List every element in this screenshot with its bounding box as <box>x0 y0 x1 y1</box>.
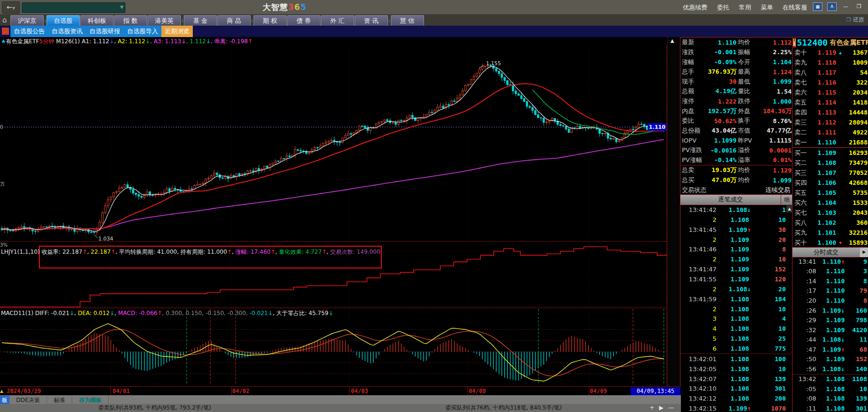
nav-tab-外汇[interactable]: 外 汇 <box>321 15 354 26</box>
order-book-row[interactable]: 卖六1.1152034 <box>793 87 868 97</box>
subnav-item[interactable]: 自选股研报 <box>86 26 124 37</box>
level-volume: 2043 <box>836 209 868 216</box>
nav-tab-港美英[interactable]: 港美英 <box>148 15 181 26</box>
bottom-tab-标准[interactable]: 标准 <box>47 396 72 404</box>
corner-marker-icon: ▲ <box>0 389 3 393</box>
order-book-row[interactable]: 买八1.102360 <box>793 218 868 228</box>
date-label: 04/02 <box>232 387 249 396</box>
order-book-row[interactable]: 买四1.10642668 <box>793 178 868 188</box>
titlebar-menu-item[interactable]: 菜单 <box>761 3 773 12</box>
restore-chip[interactable]: ❐还原 <box>846 16 864 24</box>
tick-detail-button[interactable]: 细 <box>781 195 793 205</box>
date-label: 04/08 <box>469 387 486 396</box>
home-icon[interactable]: ⌂ <box>2 16 7 24</box>
nav-tab-自选股[interactable]: 自选股 <box>47 15 80 26</box>
order-book-row[interactable]: 卖四1.11314448 <box>793 107 868 117</box>
trade-volume: 10 <box>761 306 793 313</box>
trade-volume: 25 <box>761 335 793 342</box>
price-tag-label: 1.110 <box>649 124 666 130</box>
titlebar-menu-item[interactable]: 委托 <box>717 3 729 12</box>
subnav-item[interactable]: 自选股导入 <box>124 26 162 37</box>
scroll-up-icon[interactable]: ▲ <box>670 38 674 43</box>
nav-tab-慧信[interactable]: 慧 信 <box>391 15 424 26</box>
nav-tab-基金[interactable]: 基 金 <box>184 15 217 26</box>
level-price: 1.114 <box>811 99 836 106</box>
candle-body <box>400 120 402 121</box>
indicator-segment: ★ <box>1 38 6 45</box>
bottom-tab-存为模板[interactable]: 存为模板 <box>72 396 109 404</box>
nav-tab-商品[interactable]: 商 品 <box>217 15 251 26</box>
level-label: 卖四 <box>793 108 811 117</box>
order-book-row[interactable]: 卖八1.11754 <box>793 67 868 77</box>
font-icon[interactable]: A <box>827 2 837 11</box>
nav-tab-资讯[interactable]: 资 讯 <box>355 15 388 26</box>
nav-tab-期权[interactable]: 期 权 <box>254 15 287 26</box>
titlebar-menu-item[interactable]: 常用 <box>739 3 751 12</box>
chevron-down-icon[interactable]: ▼ <box>120 5 123 10</box>
tick-list-title: 逐笔成交 <box>680 195 781 205</box>
candle-body <box>305 152 307 153</box>
nav-tab-指数[interactable]: 指 数 <box>114 15 147 26</box>
candle-body <box>638 124 640 127</box>
quote-row: 总份额43.04亿市值47.77亿 <box>680 126 793 136</box>
expand-right-icon[interactable]: ▶ <box>859 248 868 257</box>
level-volume-value: 28094 <box>849 119 868 126</box>
titlebar-menu-item[interactable]: 在线客服 <box>783 3 807 12</box>
trade-price: 1.109 <box>816 355 845 363</box>
nav-tab-科创板[interactable]: 科创板 <box>80 15 113 26</box>
recent-browse-button[interactable]: 近期浏览 <box>161 26 193 37</box>
subnav-item[interactable]: 自选股公告 <box>10 26 48 37</box>
titlebar: ←▼ ▼ 大智慧365 优惠续费委托常用菜单在线客服 ▦ A — ❐ <box>0 0 868 15</box>
trade-row: 13:42:101.108301 <box>680 383 793 393</box>
order-book-row[interactable]: 卖一1.11021688 <box>793 137 868 147</box>
order-book-row[interactable]: 买三1.10777052 <box>793 168 868 178</box>
order-book-row[interactable]: 买六1.1041533 <box>793 198 868 208</box>
trade-price: 1.108 <box>718 365 761 373</box>
subnav-bar: 自选股公告自选股资讯自选股研报自选股导入 近期浏览 <box>0 26 868 37</box>
order-book-row[interactable]: 卖九1.1181009 <box>793 57 868 67</box>
trade-row: 21.10810 <box>680 215 793 225</box>
quote-value: 47.77亿 <box>761 126 792 135</box>
trade-volume: 120 <box>761 276 793 283</box>
quote-panel: 最新1.110均价1.112涨跌-0.001振幅2.25%涨幅-0.09%今开1… <box>680 37 793 412</box>
order-book-row[interactable]: 卖五1.1141418 <box>793 97 868 107</box>
subnav-item[interactable]: 自选股资讯 <box>48 26 86 37</box>
nav-tab-债券[interactable]: 债 券 <box>287 15 321 26</box>
quote-label: 外盘 <box>736 107 761 115</box>
status-tool-icon[interactable]: — <box>668 404 674 412</box>
order-book-row[interactable]: 买七1.1032043 <box>793 208 868 218</box>
minimize-icon[interactable]: — <box>841 3 850 10</box>
order-book-row[interactable]: 卖三1.11228094 <box>793 117 868 127</box>
candle-body <box>155 194 157 195</box>
quote-value: 1.110 <box>707 39 736 46</box>
quote-value: 1.1099 <box>707 137 736 144</box>
bottom-tab-partial[interactable]: 板 <box>0 396 9 404</box>
order-book-row[interactable]: 买九1.10132216 <box>793 228 868 238</box>
candle-body <box>403 121 405 121</box>
layout-icon[interactable]: ▦ <box>813 2 822 11</box>
indicator-segment: ↓ <box>181 38 186 45</box>
order-book-row[interactable]: 卖七1.116322 <box>793 77 868 87</box>
level-volume-value: 16293 <box>849 149 868 156</box>
trade-volume: 140 <box>845 365 868 373</box>
level-volume-value: 1533 <box>853 199 868 206</box>
order-book-row[interactable]: 卖二1.1114922 <box>793 127 868 137</box>
order-book-row[interactable]: 买二1.10873479 <box>793 158 868 168</box>
candlestick-chart[interactable]: 1.1551.0340万3%1.110 <box>0 45 667 386</box>
order-book-row[interactable]: 卖十1.119▲1367 <box>793 48 868 57</box>
search-input[interactable]: ▼ <box>22 2 125 13</box>
back-button[interactable]: ←▼ <box>2 1 20 14</box>
panel-splitter[interactable]: ▲ <box>667 37 680 387</box>
titlebar-menu-item[interactable]: 优惠续费 <box>683 3 708 12</box>
order-book-row[interactable]: 买十1.100▼15893 <box>793 238 868 248</box>
order-book-row[interactable]: 买一1.10916293 <box>793 148 868 158</box>
restore-window-icon[interactable]: ❐ <box>855 3 863 10</box>
status-tool-icon[interactable]: ▶ <box>659 404 663 412</box>
bottom-tab-DDE决策[interactable]: DDE决策 <box>9 396 47 404</box>
candle-body <box>602 134 604 134</box>
status-tool-icon[interactable]: + <box>650 404 654 412</box>
candle-body <box>353 133 355 134</box>
nav-tab-沪深京[interactable]: 沪深京 <box>10 15 44 26</box>
order-book-row[interactable]: 买五1.1055735 <box>793 188 868 198</box>
level-volume: 322 <box>836 79 868 86</box>
